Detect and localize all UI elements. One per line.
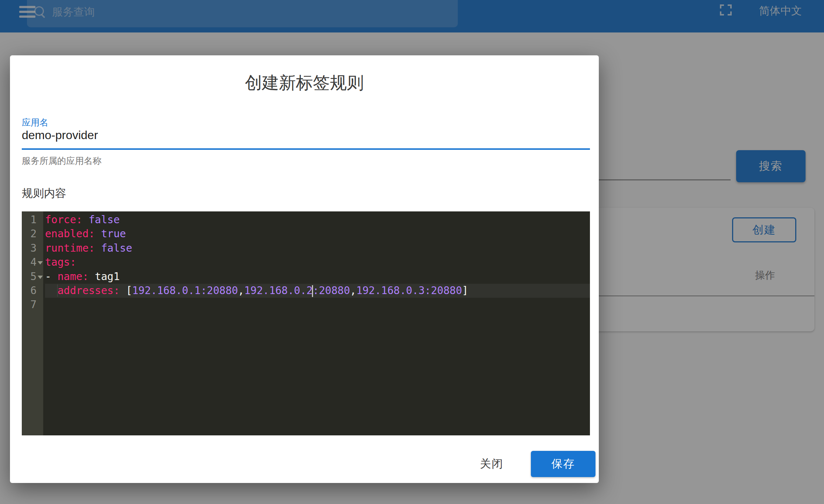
save-button[interactable]: 保存	[531, 451, 595, 477]
line-number: 1	[22, 213, 43, 227]
code-line: force: false	[45, 213, 590, 227]
app-name-label: 应用名	[22, 117, 48, 128]
rule-content-label: 规则内容	[22, 186, 66, 201]
line-number: 2	[22, 227, 43, 241]
line-number: 5	[22, 270, 43, 284]
line-number: 6	[22, 284, 43, 298]
line-number: 7	[22, 298, 43, 312]
fold-arrow-icon[interactable]	[38, 261, 43, 265]
fold-arrow-icon[interactable]	[38, 276, 43, 279]
app-name-hint: 服务所属的应用名称	[22, 155, 102, 167]
app-name-input-underline	[22, 148, 590, 150]
dialog-title: 创建新标签规则	[10, 72, 599, 94]
dialog-actions: 关闭 保存	[10, 451, 599, 477]
yaml-code-editor[interactable]: 1234567 force: falseenabled: trueruntime…	[22, 211, 590, 435]
line-number: 4	[22, 255, 43, 269]
line-number: 3	[22, 241, 43, 255]
editor-code: force: falseenabled: trueruntime: falset…	[43, 211, 590, 435]
close-button[interactable]: 关闭	[470, 456, 514, 472]
code-line: addresses: [192.168.0.1:20880,192.168.0.…	[45, 284, 590, 298]
code-line: tags:	[45, 255, 590, 269]
editor-gutter: 1234567	[22, 211, 43, 435]
page: 简体中文 搜索 创建 操作 创建新标签规则 应用名 服务所属的应用名称 规则内容…	[0, 0, 824, 504]
code-line	[45, 298, 590, 312]
code-line: runtime: false	[45, 241, 590, 255]
app-name-input[interactable]	[22, 128, 590, 142]
create-tag-rule-dialog: 创建新标签规则 应用名 服务所属的应用名称 规则内容 1234567 force…	[10, 55, 599, 483]
code-line: - name: tag1	[45, 270, 590, 284]
code-line: enabled: true	[45, 227, 590, 241]
